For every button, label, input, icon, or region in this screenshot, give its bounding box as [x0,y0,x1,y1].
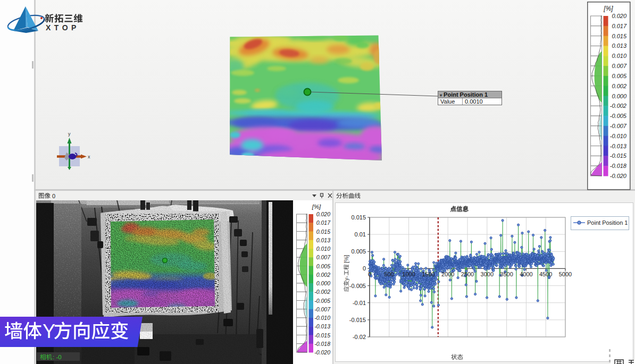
svg-text:Y: Y [43,320,55,342]
